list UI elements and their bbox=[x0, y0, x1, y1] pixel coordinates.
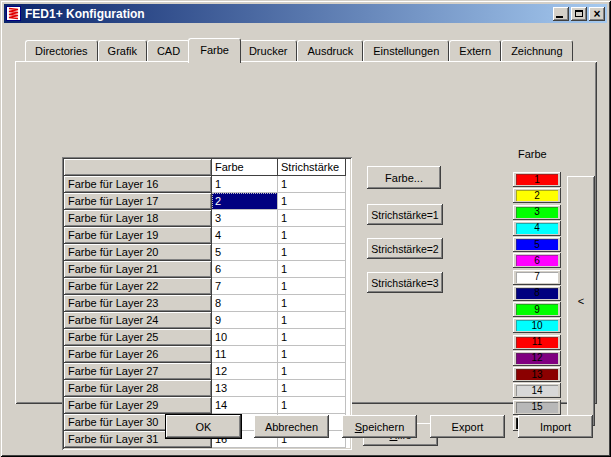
export-button[interactable]: Export bbox=[430, 415, 505, 438]
farbe-cell[interactable]: 13 bbox=[212, 380, 278, 397]
table-row: Farbe für Layer 1721 bbox=[64, 193, 350, 210]
abbrechen-button[interactable]: Abbrechen bbox=[254, 415, 329, 438]
row-filler bbox=[346, 227, 350, 244]
farbe-cell[interactable]: 14 bbox=[212, 397, 278, 414]
row-header[interactable]: Farbe für Layer 18 bbox=[64, 210, 212, 227]
strichstaerke-cell[interactable]: 1 bbox=[278, 176, 346, 193]
farbe-cell[interactable]: 8 bbox=[212, 295, 278, 312]
color-swatch-14[interactable]: 14 bbox=[513, 383, 561, 398]
tab-grafik[interactable]: Grafik bbox=[98, 40, 147, 61]
strichstaerke-2-button[interactable]: Strichstärke=2 bbox=[367, 238, 443, 259]
color-swatch-12[interactable]: 12 bbox=[513, 351, 561, 366]
color-swatch-5[interactable]: 5 bbox=[513, 237, 561, 252]
row-header[interactable]: Farbe für Layer 20 bbox=[64, 244, 212, 261]
row-filler bbox=[346, 329, 350, 346]
strichstaerke-cell[interactable]: 1 bbox=[278, 210, 346, 227]
tab-einstellungen[interactable]: Einstellungen bbox=[363, 40, 449, 61]
row-header[interactable]: Farbe für Layer 26 bbox=[64, 346, 212, 363]
row-header[interactable]: Farbe für Layer 16 bbox=[64, 176, 212, 193]
strichstaerke-cell[interactable]: 1 bbox=[278, 380, 346, 397]
row-filler bbox=[346, 346, 350, 363]
row-header[interactable]: Farbe für Layer 29 bbox=[64, 397, 212, 414]
tab-cad[interactable]: CAD bbox=[147, 40, 190, 61]
farbe-cell[interactable]: 5 bbox=[212, 244, 278, 261]
strichstaerke-cell[interactable]: 1 bbox=[278, 312, 346, 329]
strichstaerke-3-button[interactable]: Strichstärke=3 bbox=[367, 272, 443, 293]
farbe-cell[interactable]: 3 bbox=[212, 210, 278, 227]
row-filler bbox=[346, 380, 350, 397]
color-swatch-1[interactable]: 1 bbox=[513, 172, 561, 187]
row-header[interactable]: Farbe für Layer 17 bbox=[64, 193, 212, 210]
speichern-button[interactable]: Speichern bbox=[342, 415, 417, 438]
strichstaerke-cell[interactable]: 1 bbox=[278, 261, 346, 278]
farbe-cell[interactable]: 2 bbox=[212, 193, 278, 210]
row-header[interactable]: Farbe für Layer 25 bbox=[64, 329, 212, 346]
farbe-cell[interactable]: 6 bbox=[212, 261, 278, 278]
maximize-button[interactable] bbox=[571, 7, 587, 21]
farbe-cell[interactable]: 4 bbox=[212, 227, 278, 244]
farbe-cell[interactable]: 11 bbox=[212, 346, 278, 363]
row-header[interactable]: Farbe für Layer 22 bbox=[64, 278, 212, 295]
color-swatch-2[interactable]: 2 bbox=[513, 188, 561, 203]
row-header[interactable]: Farbe für Layer 24 bbox=[64, 312, 212, 329]
strichstaerke-cell[interactable]: 1 bbox=[278, 329, 346, 346]
color-swatch-number: 14 bbox=[516, 385, 558, 396]
layer-color-table: Farbe Strichstärke Farbe für Layer 1611F… bbox=[62, 157, 352, 450]
tab-zeichnung[interactable]: Zeichnung bbox=[501, 40, 572, 61]
tab-ausdruck[interactable]: Ausdruck bbox=[297, 40, 363, 61]
color-swatch-3[interactable]: 3 bbox=[513, 205, 561, 220]
row-header[interactable]: Farbe für Layer 28 bbox=[64, 380, 212, 397]
farbe-cell[interactable]: 12 bbox=[212, 363, 278, 380]
palette-scroll-left-button[interactable]: < bbox=[567, 176, 595, 426]
row-filler bbox=[346, 210, 350, 227]
tab-extern[interactable]: Extern bbox=[449, 40, 501, 61]
strichstaerke-cell[interactable]: 1 bbox=[278, 363, 346, 380]
strichstaerke-1-button[interactable]: Strichstärke=1 bbox=[367, 204, 443, 225]
close-button[interactable]: × bbox=[589, 7, 605, 21]
color-swatch-number: 4 bbox=[516, 223, 558, 234]
strichstaerke-cell[interactable]: 1 bbox=[278, 227, 346, 244]
minimize-button[interactable] bbox=[553, 7, 569, 21]
color-swatch-6[interactable]: 6 bbox=[513, 253, 561, 268]
color-swatch-8[interactable]: 8 bbox=[513, 286, 561, 301]
color-swatch-7[interactable]: 7 bbox=[513, 270, 561, 285]
tab-directories[interactable]: Directories bbox=[25, 40, 98, 61]
farbe-button[interactable]: Farbe... bbox=[367, 166, 441, 189]
farbe-cell[interactable]: 1 bbox=[212, 176, 278, 193]
strichstaerke-cell[interactable]: 1 bbox=[278, 278, 346, 295]
farbe-cell[interactable]: 7 bbox=[212, 278, 278, 295]
table-row: Farbe für Layer 28131 bbox=[64, 380, 350, 397]
footer-buttons: OKAbbrechenSpeichernExportImport bbox=[166, 415, 593, 439]
strichstaerke-cell[interactable]: 1 bbox=[278, 295, 346, 312]
color-swatch-4[interactable]: 4 bbox=[513, 221, 561, 236]
row-filler bbox=[346, 193, 350, 210]
row-header[interactable]: Farbe für Layer 19 bbox=[64, 227, 212, 244]
titlebar[interactable]: FED1+ Konfiguration × bbox=[4, 4, 607, 23]
color-swatch-number: 9 bbox=[516, 304, 558, 315]
row-header[interactable]: Farbe für Layer 21 bbox=[64, 261, 212, 278]
ok-button[interactable]: OK bbox=[165, 414, 242, 439]
color-swatch-number: 11 bbox=[516, 337, 558, 348]
tab-drucker[interactable]: Drucker bbox=[239, 40, 298, 61]
farbe-cell[interactable]: 10 bbox=[212, 329, 278, 346]
row-filler bbox=[346, 295, 350, 312]
window-title: FED1+ Konfiguration bbox=[25, 7, 553, 21]
table-row: Farbe für Layer 27121 bbox=[64, 363, 350, 380]
color-swatch-15[interactable]: 15 bbox=[513, 400, 561, 415]
strichstaerke-cell[interactable]: 1 bbox=[278, 346, 346, 363]
color-swatch-13[interactable]: 13 bbox=[513, 367, 561, 382]
import-button[interactable]: Import bbox=[518, 415, 593, 438]
strichstaerke-cell[interactable]: 1 bbox=[278, 244, 346, 261]
color-swatch-10[interactable]: 10 bbox=[513, 318, 561, 333]
tab-farbe[interactable]: Farbe bbox=[188, 38, 241, 63]
minimize-icon bbox=[556, 16, 563, 18]
strichstaerke-cell[interactable]: 1 bbox=[278, 397, 346, 414]
row-header[interactable]: Farbe für Layer 23 bbox=[64, 295, 212, 312]
row-header[interactable]: Farbe für Layer 27 bbox=[64, 363, 212, 380]
color-swatch-number: 12 bbox=[516, 353, 558, 364]
strichstaerke-cell[interactable]: 1 bbox=[278, 193, 346, 210]
farbe-cell[interactable]: 9 bbox=[212, 312, 278, 329]
color-swatch-number: 3 bbox=[516, 207, 558, 218]
color-swatch-9[interactable]: 9 bbox=[513, 302, 561, 317]
color-swatch-11[interactable]: 11 bbox=[513, 335, 561, 350]
